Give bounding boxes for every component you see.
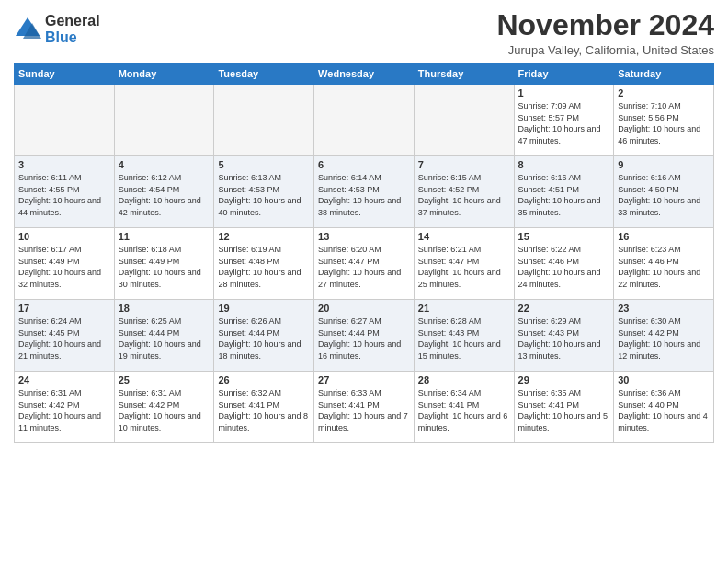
day-info: Sunrise: 6:18 AM Sunset: 4:49 PM Dayligh… — [119, 244, 210, 290]
table-row: 7Sunrise: 6:15 AM Sunset: 4:52 PM Daylig… — [414, 156, 514, 228]
table-row: 18Sunrise: 6:25 AM Sunset: 4:44 PM Dayli… — [114, 300, 214, 372]
table-row: 19Sunrise: 6:26 AM Sunset: 4:44 PM Dayli… — [214, 300, 314, 372]
table-row: 28Sunrise: 6:34 AM Sunset: 4:41 PM Dayli… — [414, 372, 514, 443]
table-row: 23Sunrise: 6:30 AM Sunset: 4:42 PM Dayli… — [614, 300, 714, 372]
calendar-row-2: 3Sunrise: 6:11 AM Sunset: 4:55 PM Daylig… — [15, 156, 714, 228]
calendar-table: Sunday Monday Tuesday Wednesday Thursday… — [14, 63, 714, 443]
day-number: 15 — [518, 231, 610, 242]
table-row: 2Sunrise: 7:10 AM Sunset: 5:56 PM Daylig… — [614, 85, 714, 156]
day-number: 20 — [318, 303, 410, 314]
day-info: Sunrise: 7:09 AM Sunset: 5:57 PM Dayligh… — [518, 100, 610, 146]
table-row: 21Sunrise: 6:28 AM Sunset: 4:43 PM Dayli… — [414, 300, 514, 372]
day-number: 5 — [218, 159, 310, 170]
table-row: 8Sunrise: 6:16 AM Sunset: 4:51 PM Daylig… — [514, 156, 614, 228]
day-number: 14 — [418, 231, 510, 242]
logo-icon — [14, 16, 41, 43]
table-row: 3Sunrise: 6:11 AM Sunset: 4:55 PM Daylig… — [15, 156, 115, 228]
table-row — [314, 85, 415, 156]
location-text: Jurupa Valley, California, United States — [496, 43, 714, 57]
table-row: 9Sunrise: 6:16 AM Sunset: 4:50 PM Daylig… — [614, 156, 714, 228]
day-info: Sunrise: 6:22 AM Sunset: 4:46 PM Dayligh… — [518, 244, 610, 290]
table-row: 30Sunrise: 6:36 AM Sunset: 4:40 PM Dayli… — [614, 372, 714, 443]
table-row: 24Sunrise: 6:31 AM Sunset: 4:42 PM Dayli… — [15, 372, 115, 443]
day-number: 25 — [119, 374, 210, 385]
page-container: General Blue November 2024 Jurupa Valley… — [0, 0, 728, 448]
day-number: 30 — [618, 374, 710, 385]
table-row — [15, 85, 115, 156]
day-number: 3 — [18, 159, 110, 170]
table-row: 14Sunrise: 6:21 AM Sunset: 4:47 PM Dayli… — [414, 228, 514, 300]
day-number: 17 — [18, 303, 110, 314]
day-number: 21 — [418, 303, 510, 314]
calendar-row-1: 1Sunrise: 7:09 AM Sunset: 5:57 PM Daylig… — [15, 85, 714, 156]
table-row: 10Sunrise: 6:17 AM Sunset: 4:49 PM Dayli… — [15, 228, 115, 300]
calendar-row-4: 17Sunrise: 6:24 AM Sunset: 4:45 PM Dayli… — [15, 300, 714, 372]
day-info: Sunrise: 6:36 AM Sunset: 4:40 PM Dayligh… — [618, 387, 710, 433]
day-info: Sunrise: 6:32 AM Sunset: 4:41 PM Dayligh… — [218, 387, 310, 433]
day-number: 7 — [418, 159, 510, 170]
day-info: Sunrise: 6:21 AM Sunset: 4:47 PM Dayligh… — [418, 244, 510, 290]
day-info: Sunrise: 6:28 AM Sunset: 4:43 PM Dayligh… — [418, 316, 510, 362]
day-number: 9 — [618, 159, 710, 170]
day-number: 6 — [318, 159, 410, 170]
day-info: Sunrise: 6:31 AM Sunset: 4:42 PM Dayligh… — [119, 387, 210, 433]
calendar-row-3: 10Sunrise: 6:17 AM Sunset: 4:49 PM Dayli… — [15, 228, 714, 300]
day-number: 22 — [518, 303, 610, 314]
table-row: 4Sunrise: 6:12 AM Sunset: 4:54 PM Daylig… — [114, 156, 214, 228]
table-row: 6Sunrise: 6:14 AM Sunset: 4:53 PM Daylig… — [314, 156, 415, 228]
table-row: 11Sunrise: 6:18 AM Sunset: 4:49 PM Dayli… — [114, 228, 214, 300]
month-title: November 2024 — [496, 9, 714, 41]
day-info: Sunrise: 6:16 AM Sunset: 4:51 PM Dayligh… — [518, 172, 610, 218]
table-row: 1Sunrise: 7:09 AM Sunset: 5:57 PM Daylig… — [514, 85, 614, 156]
day-number: 13 — [318, 231, 410, 242]
table-row: 16Sunrise: 6:23 AM Sunset: 4:46 PM Dayli… — [614, 228, 714, 300]
col-friday: Friday — [514, 63, 614, 85]
day-info: Sunrise: 6:26 AM Sunset: 4:44 PM Dayligh… — [218, 316, 310, 362]
table-row: 13Sunrise: 6:20 AM Sunset: 4:47 PM Dayli… — [314, 228, 415, 300]
day-info: Sunrise: 6:34 AM Sunset: 4:41 PM Dayligh… — [418, 387, 510, 433]
day-number: 8 — [518, 159, 610, 170]
table-row: 15Sunrise: 6:22 AM Sunset: 4:46 PM Dayli… — [514, 228, 614, 300]
day-info: Sunrise: 6:17 AM Sunset: 4:49 PM Dayligh… — [18, 244, 110, 290]
day-number: 27 — [318, 374, 410, 385]
day-info: Sunrise: 7:10 AM Sunset: 5:56 PM Dayligh… — [618, 100, 710, 146]
day-info: Sunrise: 6:12 AM Sunset: 4:54 PM Dayligh… — [119, 172, 210, 218]
day-info: Sunrise: 6:14 AM Sunset: 4:53 PM Dayligh… — [318, 172, 410, 218]
day-number: 24 — [18, 374, 110, 385]
col-saturday: Saturday — [614, 63, 714, 85]
day-number: 28 — [418, 374, 510, 385]
day-number: 29 — [518, 374, 610, 385]
day-info: Sunrise: 6:23 AM Sunset: 4:46 PM Dayligh… — [618, 244, 710, 290]
table-row — [414, 85, 514, 156]
day-info: Sunrise: 6:35 AM Sunset: 4:41 PM Dayligh… — [518, 387, 610, 433]
day-number: 19 — [218, 303, 310, 314]
day-info: Sunrise: 6:33 AM Sunset: 4:41 PM Dayligh… — [318, 387, 410, 433]
day-info: Sunrise: 6:16 AM Sunset: 4:50 PM Dayligh… — [618, 172, 710, 218]
table-row — [114, 85, 214, 156]
logo-blue-text: Blue — [45, 29, 77, 45]
title-area: November 2024 Jurupa Valley, California,… — [496, 9, 714, 57]
day-number: 23 — [618, 303, 710, 314]
day-info: Sunrise: 6:31 AM Sunset: 4:42 PM Dayligh… — [18, 387, 110, 433]
table-row: 25Sunrise: 6:31 AM Sunset: 4:42 PM Dayli… — [114, 372, 214, 443]
day-info: Sunrise: 6:29 AM Sunset: 4:43 PM Dayligh… — [518, 316, 610, 362]
day-info: Sunrise: 6:25 AM Sunset: 4:44 PM Dayligh… — [119, 316, 210, 362]
day-info: Sunrise: 6:24 AM Sunset: 4:45 PM Dayligh… — [18, 316, 110, 362]
table-row: 29Sunrise: 6:35 AM Sunset: 4:41 PM Dayli… — [514, 372, 614, 443]
table-row: 12Sunrise: 6:19 AM Sunset: 4:48 PM Dayli… — [214, 228, 314, 300]
table-row — [214, 85, 314, 156]
day-info: Sunrise: 6:13 AM Sunset: 4:53 PM Dayligh… — [218, 172, 310, 218]
header: General Blue November 2024 Jurupa Valley… — [14, 9, 714, 57]
day-number: 18 — [119, 303, 210, 314]
day-info: Sunrise: 6:27 AM Sunset: 4:44 PM Dayligh… — [318, 316, 410, 362]
day-info: Sunrise: 6:11 AM Sunset: 4:55 PM Dayligh… — [18, 172, 110, 218]
table-row: 20Sunrise: 6:27 AM Sunset: 4:44 PM Dayli… — [314, 300, 415, 372]
day-number: 12 — [218, 231, 310, 242]
day-number: 2 — [618, 87, 710, 98]
day-number: 16 — [618, 231, 710, 242]
table-row: 27Sunrise: 6:33 AM Sunset: 4:41 PM Dayli… — [314, 372, 415, 443]
logo: General Blue — [14, 13, 100, 46]
day-number: 11 — [119, 231, 210, 242]
day-info: Sunrise: 6:30 AM Sunset: 4:42 PM Dayligh… — [618, 316, 710, 362]
table-row: 17Sunrise: 6:24 AM Sunset: 4:45 PM Dayli… — [15, 300, 115, 372]
